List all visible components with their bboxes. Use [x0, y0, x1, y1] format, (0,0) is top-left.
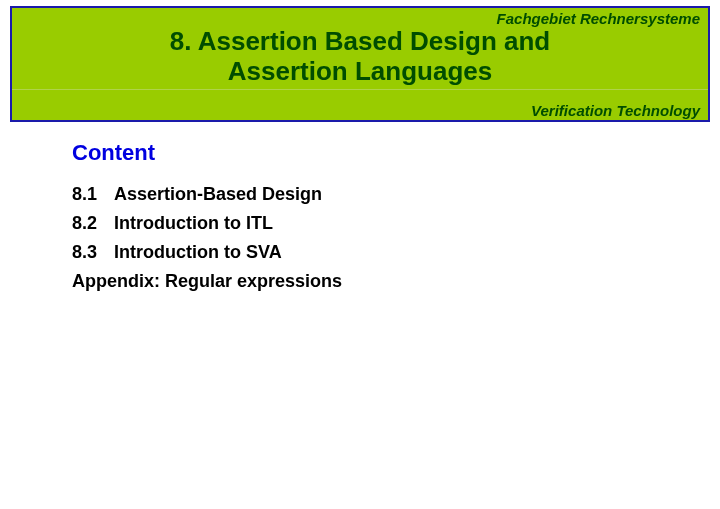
- content-heading: Content: [72, 140, 720, 166]
- toc-number: 8.1: [72, 184, 114, 205]
- title-line-2: Assertion Languages: [22, 57, 698, 87]
- subject-label: Verification Technology: [531, 102, 700, 119]
- toc-label: Assertion-Based Design: [114, 184, 322, 204]
- toc-item: 8.3Introduction to SVA: [72, 242, 720, 263]
- department-label: Fachgebiet Rechnersysteme: [12, 8, 708, 27]
- toc-item: 8.2Introduction to ITL: [72, 213, 720, 234]
- slide-title: 8. Assertion Based Design and Assertion …: [12, 27, 708, 87]
- content-area: Content 8.1Assertion-Based Design 8.2Int…: [0, 122, 720, 292]
- toc-number: 8.2: [72, 213, 114, 234]
- toc-label: Appendix: Regular expressions: [72, 271, 342, 291]
- toc-label: Introduction to ITL: [114, 213, 273, 233]
- toc-label: Introduction to SVA: [114, 242, 282, 262]
- title-line-1: 8. Assertion Based Design and: [22, 27, 698, 57]
- title-banner: Fachgebiet Rechnersysteme 8. Assertion B…: [10, 6, 710, 122]
- toc-number: 8.3: [72, 242, 114, 263]
- toc-item: Appendix: Regular expressions: [72, 271, 720, 292]
- toc-item: 8.1Assertion-Based Design: [72, 184, 720, 205]
- banner-divider: [12, 89, 708, 90]
